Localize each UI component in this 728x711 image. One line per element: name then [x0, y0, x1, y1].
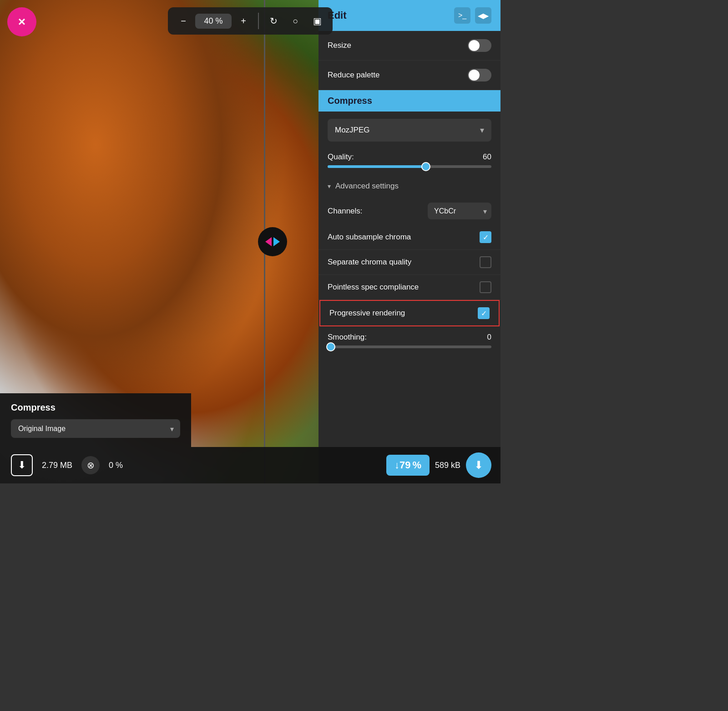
resize-row: Resize — [318, 31, 500, 61]
reduce-palette-row: Reduce palette — [318, 61, 500, 90]
compression-badge: ↓79% — [386, 455, 430, 476]
zoom-unit: % — [213, 16, 223, 25]
file-size-text: 2.79 MB — [42, 461, 72, 470]
separate-chroma-label: Separate chroma quality — [328, 258, 411, 267]
compress-section-title: Compress — [328, 96, 372, 106]
circle-button[interactable]: ○ — [285, 11, 305, 31]
auto-subsample-row: Auto subsample chroma ✓ — [318, 225, 500, 250]
bottom-right-bar: ↓79% 589 kB ⬇ — [318, 447, 500, 483]
separate-chroma-row: Separate chroma quality — [318, 250, 500, 275]
download-icon: ⬇ — [18, 459, 26, 471]
download-button[interactable]: ⬇ — [466, 452, 491, 478]
compression-percent-symbol: % — [412, 459, 421, 471]
reduce-palette-toggle[interactable] — [468, 69, 491, 81]
compare-handle[interactable] — [258, 227, 287, 256]
compressed-file-size: 589 kB — [435, 461, 460, 470]
quality-slider-row — [318, 163, 500, 175]
bottom-compress-title: Compress — [11, 402, 180, 413]
resize-toggle[interactable] — [468, 39, 491, 52]
top-toolbar: − 40 % + ↻ ○ ▣ — [168, 7, 333, 35]
smoothing-slider-row — [318, 344, 500, 356]
bottom-left-info-bar: ⬇ 2.79 MB ⊗ 0 % — [0, 447, 318, 483]
pointless-spec-row: Pointless spec compliance — [318, 275, 500, 300]
right-panel: Edit >_ ◀▶ Resize Reduce palette Compres… — [318, 0, 500, 483]
resize-toggle-knob — [469, 40, 480, 51]
separate-chroma-checkbox[interactable] — [480, 256, 491, 268]
progressive-rendering-row: Progressive rendering ✓ — [319, 300, 500, 326]
channels-label: Channels: — [328, 207, 363, 216]
code-icon: >_ — [458, 11, 466, 20]
advanced-settings-label: Advanced settings — [335, 182, 399, 191]
channels-select-wrapper: YCbCr Greyscale RGB ▾ — [428, 203, 491, 219]
close-icon: × — [18, 15, 25, 29]
percent-text: 0 % — [109, 461, 123, 470]
quality-slider-track[interactable] — [328, 165, 491, 168]
auto-subsample-checkbox[interactable]: ✓ — [480, 231, 491, 243]
download-icon-box: ⬇ — [11, 454, 33, 476]
code-icon-button[interactable]: >_ — [454, 7, 470, 24]
quality-slider-thumb[interactable] — [421, 162, 430, 171]
zoom-display: 40 % — [195, 14, 232, 29]
right-arrow-icon — [273, 237, 280, 246]
compress-section-header: Compress — [318, 90, 500, 112]
codec-label: MozJPEG — [335, 126, 370, 135]
close-button[interactable]: × — [7, 7, 36, 36]
zoom-in-button[interactable]: + — [233, 11, 253, 31]
smoothing-label: Smoothing: — [328, 333, 367, 342]
original-image-select-wrapper: Original Image — [11, 419, 180, 438]
reduce-palette-label: Reduce palette — [328, 71, 379, 80]
edit-header-icons: >_ ◀▶ — [454, 7, 491, 24]
arrow-icon: ◀▶ — [478, 11, 489, 20]
compression-percent: ↓79 — [394, 459, 410, 471]
rotate-icon: ↻ — [270, 15, 278, 26]
download-btn-icon: ⬇ — [474, 459, 483, 472]
codec-selector[interactable]: MozJPEG ▾ — [328, 119, 491, 142]
smoothing-slider-track[interactable] — [328, 345, 491, 348]
codec-chevron-icon: ▾ — [480, 125, 484, 135]
bottom-compress-panel: Compress Original Image — [0, 393, 191, 447]
original-image-select[interactable]: Original Image — [11, 419, 180, 438]
channels-select[interactable]: YCbCr Greyscale RGB — [428, 203, 491, 219]
pointless-spec-label: Pointless spec compliance — [328, 283, 419, 292]
auto-subsample-label: Auto subsample chroma — [328, 233, 411, 242]
progressive-rendering-label: Progressive rendering — [329, 309, 405, 318]
smoothing-slider-thumb[interactable] — [326, 342, 335, 351]
plus-icon: + — [241, 16, 246, 26]
circle-icon: ○ — [293, 16, 298, 26]
left-arrow-icon — [265, 237, 272, 246]
quality-value: 60 — [483, 152, 491, 162]
reduce-palette-knob — [469, 70, 480, 81]
quality-row: Quality: 60 — [318, 149, 500, 163]
arrow-icon-button[interactable]: ◀▶ — [475, 7, 491, 24]
minus-icon: − — [181, 16, 186, 26]
resize-label: Resize — [328, 41, 351, 50]
toolbar-divider — [258, 13, 259, 29]
zoom-out-button[interactable]: − — [173, 11, 193, 31]
rotate-button[interactable]: ↻ — [263, 11, 283, 31]
advanced-settings-row[interactable]: ▾ Advanced settings — [318, 175, 500, 197]
edit-header: Edit >_ ◀▶ — [318, 0, 500, 31]
smoothing-row: Smoothing: 0 — [318, 326, 500, 344]
quality-slider-fill — [328, 165, 426, 168]
chevron-down-icon: ▾ — [328, 183, 331, 190]
layout-icon: ▣ — [313, 15, 322, 26]
smoothing-value: 0 — [487, 333, 491, 342]
compress-icon: ⊗ — [81, 456, 100, 474]
quality-label: Quality: — [328, 152, 354, 162]
progressive-rendering-checkbox[interactable]: ✓ — [478, 307, 490, 319]
zoom-value: 40 — [204, 16, 213, 25]
layout-button[interactable]: ▣ — [307, 11, 327, 31]
pointless-spec-checkbox[interactable] — [480, 281, 491, 293]
channels-row: Channels: YCbCr Greyscale RGB ▾ — [318, 197, 500, 225]
